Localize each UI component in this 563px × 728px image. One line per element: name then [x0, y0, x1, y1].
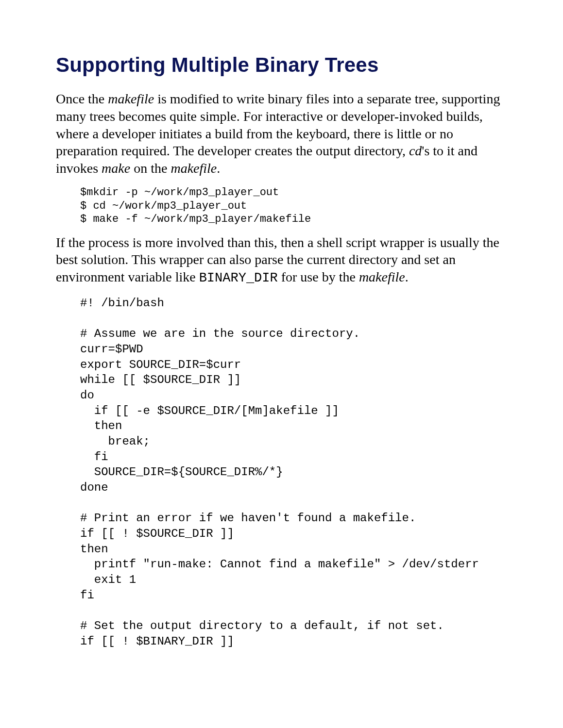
section-heading: Supporting Multiple Binary Trees	[56, 53, 510, 77]
paragraph-wrapper-note: If the process is more involved than thi…	[56, 234, 510, 287]
text-fragment: on the	[130, 161, 171, 176]
text-fragment: .	[217, 161, 220, 176]
italic-term-make: make	[102, 161, 130, 176]
italic-term-makefile: makefile	[108, 91, 154, 106]
italic-term-makefile: makefile	[171, 161, 217, 176]
text-fragment: .	[405, 269, 409, 284]
inline-code-binary-dir: BINARY_DIR	[199, 271, 278, 285]
paragraph-intro: Once the makefile is modified to write b…	[56, 90, 510, 177]
text-fragment: for use by the	[278, 269, 359, 284]
code-block-shell-commands: $mkdir -p ~/work/mp3_player_out $ cd ~/w…	[56, 186, 510, 226]
text-fragment: Once the	[56, 91, 108, 106]
italic-term-makefile: makefile	[359, 269, 405, 284]
code-block-bash-script: #! /bin/bash # Assume we are in the sour…	[56, 296, 510, 649]
italic-term-cd: cd	[409, 143, 422, 158]
